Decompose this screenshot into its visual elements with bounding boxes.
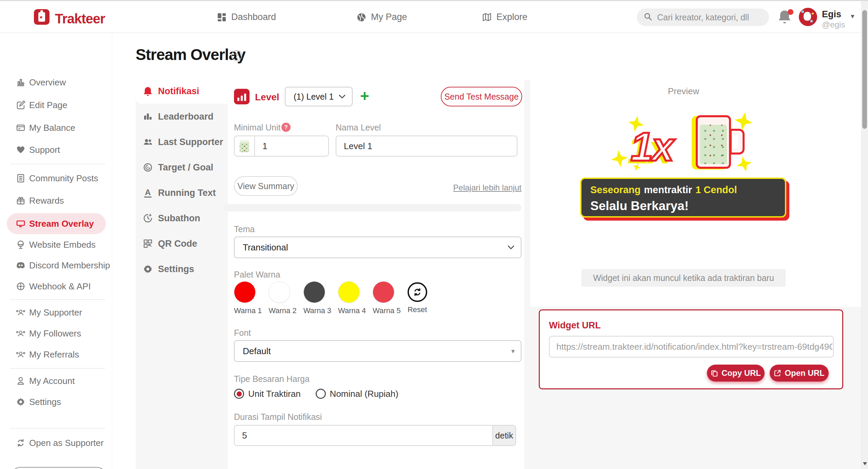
swatch-label: Warna 4: [338, 306, 366, 315]
tab-label: Running Text: [158, 188, 216, 198]
widget-url-input[interactable]: [550, 341, 833, 352]
scrollbar-down-arrow[interactable]: [863, 462, 867, 465]
durasi-label: Durasi Tampil Notifikasi: [234, 412, 322, 422]
color-swatch-5[interactable]: [373, 281, 394, 303]
notification-preview-card: Seseorang mentraktir 1 Cendol Selalu Ber…: [580, 178, 786, 218]
sidebar-item-rewards[interactable]: Rewards: [0, 190, 112, 211]
open-url-button[interactable]: Open URL: [770, 365, 829, 382]
notification-preview-graphic: 1x: [610, 114, 753, 178]
color-swatch-3[interactable]: [303, 281, 325, 303]
radio-unit-traktiran[interactable]: Unit Traktiran: [234, 389, 301, 399]
sidebar-item-my-account[interactable]: My Account: [0, 370, 112, 392]
sidebar-item-my-supporter[interactable]: My Supporter: [0, 302, 112, 323]
view-summary-button[interactable]: View Summary: [234, 176, 298, 196]
sidebar-item-label: Settings: [29, 397, 61, 407]
sidebar-item-label: Website Embeds: [29, 240, 96, 250]
notifications-button[interactable]: [778, 9, 793, 26]
level-select[interactable]: (1) Level 1: [285, 87, 353, 106]
radio-ring: [316, 389, 326, 399]
star-sparkle-icon: [735, 155, 754, 174]
minimal-unit-input[interactable]: [255, 141, 328, 152]
radio-label: Unit Traktiran: [248, 389, 301, 399]
sidebar-item-open-as-supporter[interactable]: Open as Supporter: [0, 432, 112, 454]
nama-level-input[interactable]: [336, 141, 517, 152]
user-avatar[interactable]: [799, 8, 817, 26]
sidebar-item-discord-membership[interactable]: Discord Membership: [0, 254, 112, 276]
tab-last-supporter[interactable]: Last Supporter: [136, 129, 235, 155]
font-select[interactable]: Default ▾: [234, 340, 521, 362]
document-icon: [16, 173, 26, 183]
nav-explore[interactable]: Explore: [482, 1, 528, 33]
color-swatch-4[interactable]: [338, 281, 360, 303]
nav-explore-label: Explore: [496, 12, 528, 22]
tab-qr-code[interactable]: QR Code: [136, 231, 235, 256]
durasi-input[interactable]: [235, 430, 492, 441]
tab-notifikasi[interactable]: Notifikasi: [136, 79, 235, 104]
sidebar-item-edit-page[interactable]: Edit Page: [0, 94, 112, 116]
color-swatch-1[interactable]: [234, 281, 256, 303]
add-level-button[interactable]: +: [360, 86, 369, 106]
stream-overlay-icon: [16, 219, 26, 229]
palet-warna-label: Palet Warna: [234, 270, 280, 280]
search-input[interactable]: [656, 12, 760, 23]
sidebar-item-overview[interactable]: Overview: [0, 72, 112, 93]
notification-badge: [788, 9, 793, 15]
sidebar-item-my-referrals[interactable]: My Referrals: [0, 344, 112, 365]
radio-nominal-rupiah[interactable]: Nominal (Rupiah): [316, 389, 398, 399]
tab-subathon[interactable]: Subathon: [136, 206, 235, 231]
minimal-unit-label: Minimal Unit: [234, 123, 281, 132]
qr-code-icon: [142, 238, 153, 249]
sidebar-item-webhook-api[interactable]: Webhook & API: [0, 276, 112, 297]
dashboard-grid-icon: [217, 13, 226, 22]
widget-url-title: Widget URL: [549, 320, 601, 331]
sidebar-item-stream-overlay[interactable]: Stream Overlay: [0, 213, 112, 234]
tab-label: Subathon: [158, 213, 200, 224]
font-label: Font: [234, 328, 251, 338]
tema-select[interactable]: Transitional: [234, 237, 521, 258]
sidebar-item-label: Discord Membership: [29, 260, 110, 271]
tab-settings[interactable]: Settings: [136, 257, 235, 282]
learn-more-link[interactable]: Pelajari lebih lanjut: [445, 183, 521, 192]
nav-dashboard[interactable]: Dashboard: [217, 1, 276, 33]
sidebar-item-my-balance[interactable]: My Balance: [0, 117, 112, 139]
sidebar-item-community-posts[interactable]: Community Posts: [0, 167, 112, 189]
sidebar-item-my-followers[interactable]: My Followers: [0, 323, 112, 344]
avatar-confetti: [810, 20, 813, 22]
logout-button[interactable]: Logout: [10, 467, 107, 469]
tab-leaderboard[interactable]: Leaderboard: [136, 104, 235, 129]
sidebar-item-label: Stream Overlay: [29, 219, 94, 229]
sidebar-item-label: Edit Page: [29, 100, 67, 110]
durasi-suffix: detik: [492, 426, 515, 445]
help-icon[interactable]: ?: [231, 50, 242, 61]
font-select-value: Default: [243, 346, 511, 356]
copy-url-button[interactable]: Copy URL: [707, 365, 765, 382]
user-name[interactable]: Egis: [822, 9, 841, 20]
nav-my-page[interactable]: My Page: [357, 1, 407, 33]
sidebar-item-website-embeds[interactable]: Website Embeds: [0, 234, 112, 256]
cendol-liquid: [700, 125, 727, 164]
leaderboard-icon: [142, 111, 153, 122]
brand-wordmark[interactable]: Trakteer: [55, 11, 105, 26]
sidebar-item-settings[interactable]: Settings: [0, 391, 112, 413]
reset-palette-button[interactable]: [408, 282, 427, 302]
color-swatch-2[interactable]: [269, 281, 290, 303]
sidebar-item-label: My Referrals: [29, 349, 79, 360]
chevron-down-icon: [338, 94, 346, 99]
send-test-message-button[interactable]: Send Test Message: [441, 87, 522, 106]
user-menu-caret-icon[interactable]: ▼: [850, 13, 855, 20]
radio-ring: [234, 389, 244, 399]
scrollbar-thumb[interactable]: [862, 10, 867, 129]
nama-level-label: Nama Level: [336, 123, 381, 132]
credit-card-icon: [16, 123, 26, 133]
minimal-unit-help-icon[interactable]: ?: [281, 123, 291, 132]
tab-target-goal[interactable]: Target / Goal: [136, 155, 235, 180]
webhook-icon: [16, 281, 26, 291]
sidebar-item-label: Webhook & API: [29, 281, 91, 292]
tab-running-text[interactable]: A Running Text: [136, 180, 235, 205]
bell-icon: [142, 86, 153, 97]
trakteer-logo-icon[interactable]: ♥: [34, 9, 50, 25]
sidebar-item-support[interactable]: Support: [0, 139, 112, 161]
search-bar[interactable]: [637, 8, 769, 26]
send-test-label: Send Test Message: [444, 92, 518, 102]
radio-label: Nominal (Rupiah): [330, 389, 398, 399]
